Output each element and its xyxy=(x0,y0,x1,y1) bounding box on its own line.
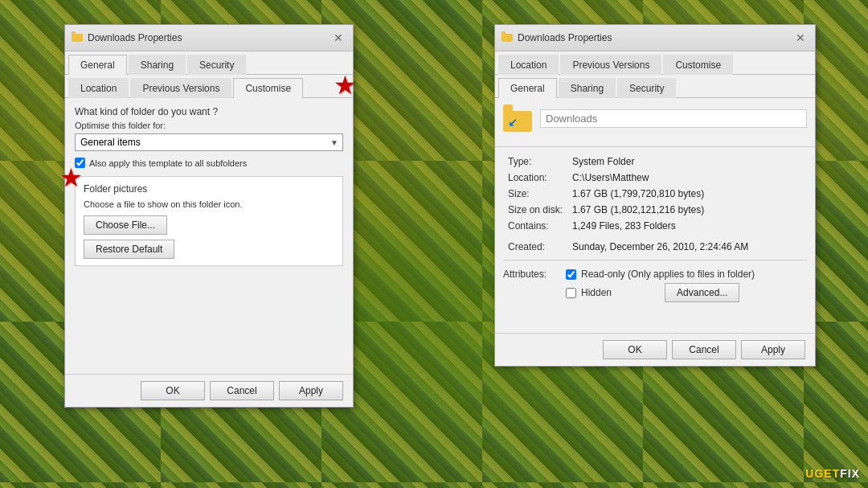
type-row: Type: System Folder xyxy=(503,154,807,170)
folder-area: ↙ xyxy=(495,98,815,140)
size-disk-row: Size on disk: 1.67 GB (1,802,121,216 byt… xyxy=(503,202,807,218)
folder-question: What kind of folder do you want ? xyxy=(75,106,343,117)
attributes-label: Attributes: xyxy=(503,269,561,280)
tab2-general[interactable]: General xyxy=(498,78,557,98)
tab-sharing[interactable]: Sharing xyxy=(129,55,186,75)
type-label: Type: xyxy=(503,154,567,170)
location-row: Location: C:\Users\Matthew xyxy=(503,170,807,186)
hidden-checkbox-group: Hidden xyxy=(566,287,612,298)
dialog1-footer: OK Cancel Apply xyxy=(65,374,353,407)
size-row: Size: 1.67 GB (1,799,720,810 bytes) xyxy=(503,186,807,202)
optimize-dropdown-wrapper: General itemsDocumentsPicturesMusicVideo… xyxy=(75,133,343,151)
size-disk-label: Size on disk: xyxy=(503,202,567,218)
created-label: Created: xyxy=(503,239,567,255)
optimize-dropdown[interactable]: General itemsDocumentsPicturesMusicVideo… xyxy=(75,133,343,151)
dialog2-footer: OK Cancel Apply xyxy=(495,333,815,366)
tab-previous-versions[interactable]: Previous Versions xyxy=(130,78,231,98)
readonly-checkbox[interactable] xyxy=(566,269,576,280)
info-table: Type: System Folder Location: C:\Users\M… xyxy=(503,154,807,255)
location-value: C:\Users\Matthew xyxy=(567,170,807,186)
dialog2-tabs-row1: Location Previous Versions Customise xyxy=(495,51,815,75)
star-annotation-2: ★ xyxy=(59,165,83,191)
watermark-part2: FIX xyxy=(840,467,860,480)
created-row: Created: Sunday, December 26, 2010, 2:24… xyxy=(503,239,807,255)
dialog1-content: What kind of folder do you want ? Optimi… xyxy=(65,98,353,274)
dialog1-cancel-button[interactable]: Cancel xyxy=(210,381,274,400)
readonly-row: Read-only (Only applies to files in fold… xyxy=(566,269,755,280)
tab-general[interactable]: General xyxy=(68,55,127,75)
dialog-general: Downloads Properties ✕ Location Previous… xyxy=(494,24,816,367)
dialog-customise: Downloads Properties ✕ General Sharing S… xyxy=(64,24,354,408)
attributes-container: Attributes: Read-only (Only applies to f… xyxy=(503,269,807,302)
tab-security[interactable]: Security xyxy=(187,55,246,75)
hidden-label: Hidden xyxy=(581,287,612,298)
type-value: System Folder xyxy=(567,154,807,170)
dialog2-apply-button[interactable]: Apply xyxy=(741,340,805,359)
location-label: Location: xyxy=(503,170,567,186)
contains-row: Contains: 1,249 Files, 283 Folders xyxy=(503,218,807,234)
dialog1-tabs-row1: General Sharing Security xyxy=(65,51,353,75)
contains-label: Contains: xyxy=(503,218,567,234)
tab-location[interactable]: Location xyxy=(68,78,129,98)
folder-pictures-desc: Choose a file to show on this folder ico… xyxy=(84,199,334,209)
choose-file-button[interactable]: Choose File... xyxy=(84,215,167,235)
dialog1-titlebar[interactable]: Downloads Properties ✕ xyxy=(65,25,353,51)
folder-tab xyxy=(503,105,513,111)
dialog2-close-button[interactable]: ✕ xyxy=(792,30,809,46)
advanced-button[interactable]: Advanced... xyxy=(665,283,739,302)
dialog1-close-button[interactable]: ✕ xyxy=(330,30,346,46)
folder-pictures-title: Folder pictures xyxy=(84,183,334,195)
subfolders-label: Also apply this template to all subfolde… xyxy=(89,158,247,168)
size-value: 1.67 GB (1,799,720,810 bytes) xyxy=(567,186,807,202)
dialog1-tabs-row2: Location Previous Versions Customise xyxy=(65,75,353,98)
separator2 xyxy=(503,260,807,260)
size-label: Size: xyxy=(503,186,567,202)
tab2-security[interactable]: Security xyxy=(617,78,676,98)
dialog2-cancel-button[interactable]: Cancel xyxy=(672,340,736,359)
dialog1-title: Downloads Properties xyxy=(88,32,326,43)
dialog1-apply-button[interactable]: Apply xyxy=(279,381,343,400)
folder-name-input[interactable] xyxy=(540,109,807,128)
tab2-sharing[interactable]: Sharing xyxy=(559,78,616,98)
folder-icon-small-2 xyxy=(502,34,513,42)
size-disk-value: 1.67 GB (1,802,121,216 bytes) xyxy=(567,202,807,218)
readonly-label: Read-only (Only applies to files in fold… xyxy=(581,269,755,280)
hidden-checkbox[interactable] xyxy=(566,288,576,298)
watermark-part1: UGET xyxy=(805,467,840,480)
star-annotation-1: ★ xyxy=(334,72,357,98)
optimize-label: Optimise this folder for: xyxy=(75,121,343,130)
dialog2-icon xyxy=(502,32,513,43)
folder-icon-small xyxy=(72,34,83,42)
tab2-customise[interactable]: Customise xyxy=(663,55,733,75)
contains-value: 1,249 Files, 283 Folders xyxy=(567,218,807,234)
dialog1-icon xyxy=(72,32,83,43)
separator1 xyxy=(495,146,815,147)
tab-customise[interactable]: Customise xyxy=(233,78,303,98)
dialog2-tabs-row2: General Sharing Security xyxy=(495,75,815,98)
subfolders-checkbox-row: Also apply this template to all subfolde… xyxy=(75,158,343,168)
created-value: Sunday, December 26, 2010, 2:24:46 AM xyxy=(567,239,807,255)
dialog2-title: Downloads Properties xyxy=(518,32,788,43)
attributes-section: Attributes: Read-only (Only applies to f… xyxy=(495,265,815,309)
tab2-location[interactable]: Location xyxy=(498,55,559,75)
dialog2-ok-button[interactable]: OK xyxy=(603,340,667,359)
folder-pictures-group: Folder pictures Choose a file to show on… xyxy=(75,176,343,266)
folder-icon-large: ↙ xyxy=(503,105,532,132)
dialog1-ok-button[interactable]: OK xyxy=(141,381,205,400)
watermark: UGETFIX xyxy=(805,467,860,480)
tab2-previous-versions[interactable]: Previous Versions xyxy=(560,55,661,75)
dialog2-titlebar[interactable]: Downloads Properties ✕ xyxy=(495,25,815,51)
restore-default-button[interactable]: Restore Default xyxy=(84,240,174,259)
folder-arrow-icon: ↙ xyxy=(508,116,518,129)
spacer1 xyxy=(65,274,353,371)
hidden-row: Hidden Advanced... xyxy=(566,283,755,302)
attributes-options: Read-only (Only applies to files in fold… xyxy=(566,269,755,302)
